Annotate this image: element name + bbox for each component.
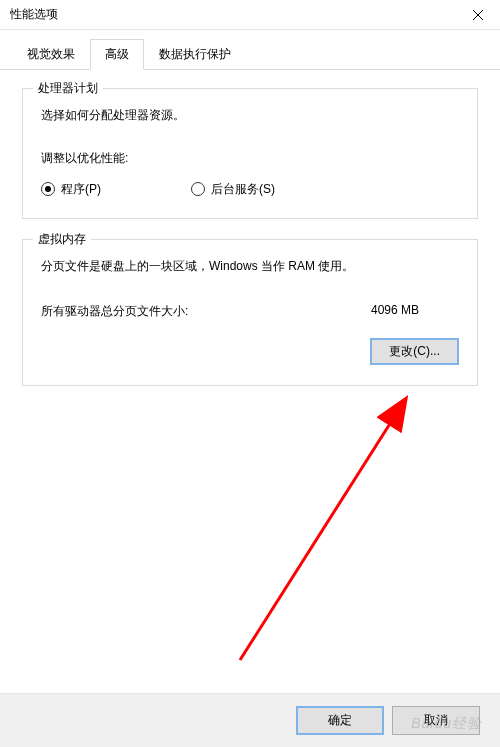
ok-button[interactable]: 确定 bbox=[296, 706, 384, 735]
vmem-total-row: 所有驱动器总分页文件大小: 4096 MB bbox=[41, 303, 459, 320]
window-title: 性能选项 bbox=[10, 6, 58, 23]
adjust-label: 调整以优化性能: bbox=[41, 150, 459, 167]
titlebar: 性能选项 bbox=[0, 0, 500, 30]
content-area: 处理器计划 选择如何分配处理器资源。 调整以优化性能: 程序(P) 后台服务(S… bbox=[0, 70, 500, 424]
radio-programs-label: 程序(P) bbox=[61, 181, 101, 198]
radio-background[interactable]: 后台服务(S) bbox=[191, 181, 275, 198]
annotation-arrow bbox=[210, 390, 430, 670]
radio-programs[interactable]: 程序(P) bbox=[41, 181, 101, 198]
tab-bar: 视觉效果 高级 数据执行保护 bbox=[0, 30, 500, 70]
vmem-total-value: 4096 MB bbox=[371, 303, 419, 320]
vmem-group-title: 虚拟内存 bbox=[33, 231, 91, 248]
processor-scheduling-group: 处理器计划 选择如何分配处理器资源。 调整以优化性能: 程序(P) 后台服务(S… bbox=[22, 88, 478, 219]
radio-background-label: 后台服务(S) bbox=[211, 181, 275, 198]
cancel-button[interactable]: 取消 bbox=[392, 706, 480, 735]
svg-line-3 bbox=[240, 400, 405, 660]
vmem-description: 分页文件是硬盘上的一块区域，Windows 当作 RAM 使用。 bbox=[41, 258, 459, 275]
radio-icon bbox=[191, 182, 205, 196]
change-button[interactable]: 更改(C)... bbox=[370, 338, 459, 365]
close-button[interactable] bbox=[455, 0, 500, 30]
radio-row: 程序(P) 后台服务(S) bbox=[41, 181, 459, 198]
processor-description: 选择如何分配处理器资源。 bbox=[41, 107, 459, 124]
change-button-row: 更改(C)... bbox=[41, 338, 459, 365]
tab-visual-effects[interactable]: 视觉效果 bbox=[12, 39, 90, 70]
tab-advanced[interactable]: 高级 bbox=[90, 39, 144, 70]
close-icon bbox=[473, 10, 483, 20]
radio-icon bbox=[41, 182, 55, 196]
footer: 确定 取消 bbox=[0, 693, 500, 747]
processor-group-title: 处理器计划 bbox=[33, 80, 103, 97]
tab-dep[interactable]: 数据执行保护 bbox=[144, 39, 246, 70]
virtual-memory-group: 虚拟内存 分页文件是硬盘上的一块区域，Windows 当作 RAM 使用。 所有… bbox=[22, 239, 478, 386]
vmem-total-label: 所有驱动器总分页文件大小: bbox=[41, 303, 188, 320]
